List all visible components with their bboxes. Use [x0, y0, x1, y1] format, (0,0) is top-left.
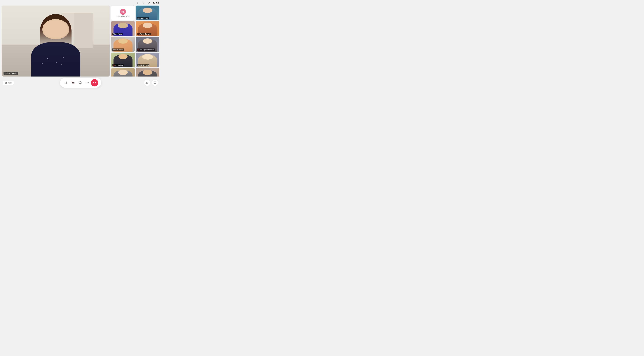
tile-cheyenne[interactable]: 🚫🎤Cheyenne Kenter — [136, 37, 160, 52]
more-button[interactable] — [84, 80, 90, 86]
svg-point-9 — [88, 82, 89, 83]
tile-melody[interactable]: ME Melody Enki (you) — [111, 5, 135, 20]
melody-avatar: ME — [120, 9, 126, 15]
shrink-icon[interactable]: ⤡ — [142, 1, 145, 4]
controls-pill — [60, 78, 101, 88]
tile-josh[interactable]: Josh Anderson — [136, 5, 160, 20]
josh-label: Josh Anderson — [136, 17, 149, 19]
popout-icon[interactable]: ↗ — [147, 1, 150, 4]
melody-name: Melody Enki (you) — [116, 15, 130, 17]
main-content: Bessie Cooper ME Melody Enki (you) Josh … — [0, 5, 161, 76]
bottom-bar: ⊞ View — [0, 76, 161, 89]
view-label: View — [8, 82, 12, 84]
svg-point-10 — [146, 82, 147, 83]
view-icon: ⊞ — [5, 82, 7, 84]
bessie-label: Bessie Cooper — [112, 48, 124, 51]
end-call-button[interactable] — [91, 79, 98, 86]
svg-point-11 — [148, 82, 148, 82]
chat-button[interactable] — [152, 80, 158, 86]
main-video: Bessie Cooper — [2, 5, 110, 76]
cheyenne-muted-icon: 🚫🎤 — [138, 49, 141, 50]
albert-label: Albert Flores — [112, 33, 123, 35]
bottom-right-icons — [144, 80, 158, 86]
right-panel: ME Melody Enki (you) Josh Anderson Alber… — [110, 5, 160, 76]
tile-hanna[interactable]: Hanna Bergson — [136, 53, 160, 67]
share-button[interactable] — [77, 80, 83, 86]
mic-button[interactable] — [63, 80, 69, 86]
svg-point-7 — [86, 82, 86, 83]
main-video-label: Bessie Cooper — [4, 72, 18, 75]
billy-label: 🚫🎤Billy Dai — [112, 64, 124, 66]
tile-amy[interactable]: 🚫🎤Amy Dokidis — [136, 21, 160, 36]
video-button[interactable] — [70, 80, 76, 86]
tile-kasey[interactable]: Kasey George — [136, 68, 160, 76]
top-bar: ℹ ⤡ ↗ 11:52 — [0, 0, 161, 5]
billy-muted-icon: 🚫🎤 — [113, 65, 116, 66]
svg-rect-5 — [72, 82, 74, 83]
amy-label: 🚫🎤Amy Dokidis — [136, 33, 151, 35]
participants-grid: ME Melody Enki (you) Josh Anderson Alber… — [111, 5, 160, 76]
main-video-feed — [2, 5, 110, 76]
info-icon[interactable]: ℹ — [136, 1, 139, 4]
hanna-label: Hanna Bergson — [136, 64, 150, 66]
tile-bessie[interactable]: Bessie Cooper — [111, 37, 135, 52]
svg-rect-6 — [79, 82, 82, 84]
tile-kathryn[interactable]: Kathryn Murphy — [111, 68, 135, 76]
view-button[interactable]: ⊞ View — [3, 81, 14, 85]
svg-point-8 — [87, 82, 88, 83]
tile-albert[interactable]: Albert Flores — [111, 21, 135, 36]
amy-muted-icon: 🚫🎤 — [138, 33, 141, 35]
svg-rect-1 — [66, 81, 66, 83]
people-button[interactable] — [144, 80, 150, 86]
tile-billy[interactable]: 🚫🎤Billy Dai — [111, 53, 135, 67]
clock: 11:52 — [153, 1, 159, 4]
cheyenne-label: 🚫🎤Cheyenne Kenter — [136, 48, 155, 51]
